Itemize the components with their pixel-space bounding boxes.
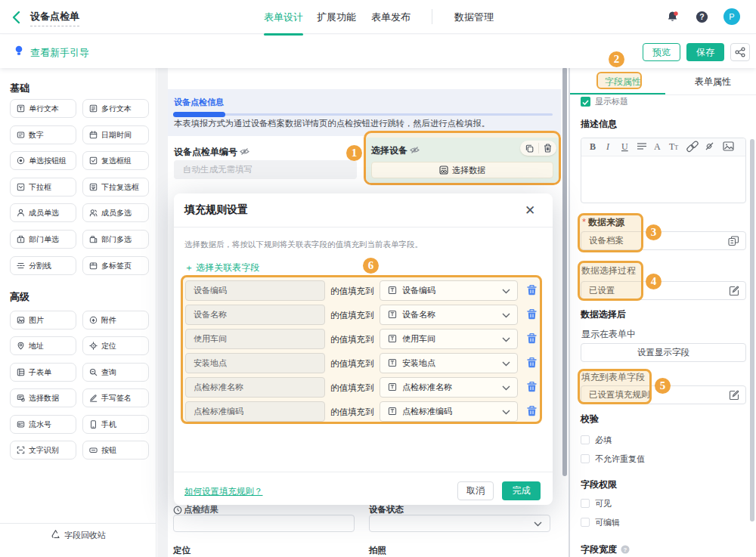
svg-text:?: ? [624,546,627,553]
svg-text:I: I [606,141,610,152]
svg-text:U: U [621,141,628,152]
svg-text:TT: TT [669,141,678,152]
svg-text:B: B [590,141,596,152]
svg-text:?: ? [699,12,704,21]
svg-text:A: A [654,141,661,152]
